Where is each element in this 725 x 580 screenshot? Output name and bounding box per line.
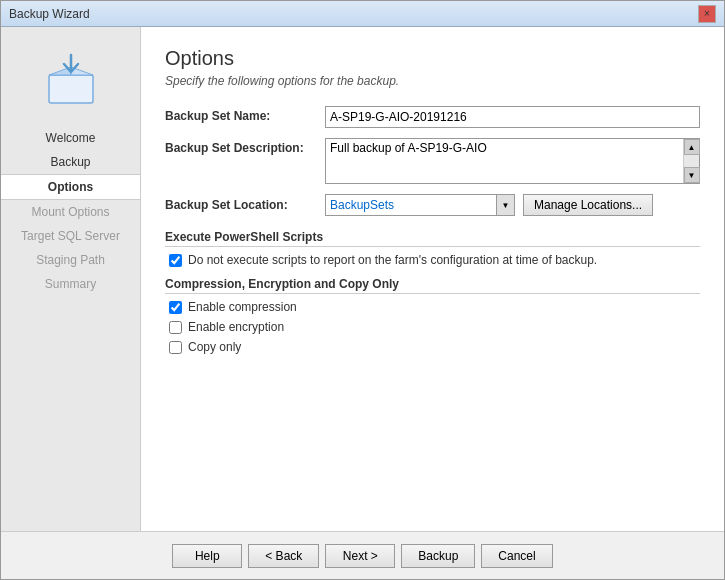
backup-set-description-input[interactable]: Full backup of A-SP19-G-AIO xyxy=(326,139,683,183)
backup-set-description-row: Backup Set Description: Full backup of A… xyxy=(165,138,700,184)
copy-only-row: Copy only xyxy=(169,340,700,354)
enable-compression-checkbox[interactable] xyxy=(169,301,182,314)
main-content: Options Specify the following options fo… xyxy=(141,27,724,531)
powershell-checkbox-label: Do not execute scripts to report on the … xyxy=(188,253,597,267)
close-button[interactable]: × xyxy=(698,5,716,23)
cancel-button[interactable]: Cancel xyxy=(481,544,552,568)
page-title: Options xyxy=(165,47,700,70)
powershell-checkbox[interactable] xyxy=(169,254,182,267)
title-bar: Backup Wizard × xyxy=(1,1,724,27)
backup-set-name-input[interactable] xyxy=(325,106,700,128)
window-body: Welcome Backup Options Mount Options Tar… xyxy=(1,27,724,531)
backup-set-name-row: Backup Set Name: xyxy=(165,106,700,128)
enable-compression-row: Enable compression xyxy=(169,300,700,314)
svg-rect-0 xyxy=(49,75,93,103)
sidebar-item-backup[interactable]: Backup xyxy=(1,150,140,174)
enable-compression-label: Enable compression xyxy=(188,300,297,314)
compression-section: Compression, Encryption and Copy Only En… xyxy=(165,277,700,354)
backup-set-location-label: Backup Set Location: xyxy=(165,198,325,212)
sidebar: Welcome Backup Options Mount Options Tar… xyxy=(1,27,141,531)
sidebar-item-welcome[interactable]: Welcome xyxy=(1,126,140,150)
backup-set-name-label: Backup Set Name: xyxy=(165,106,325,123)
backup-set-location-row: Backup Set Location: BackupSets ▼ Manage… xyxy=(165,194,700,216)
page-subtitle: Specify the following options for the ba… xyxy=(165,74,700,88)
backup-set-description-wrap: Full backup of A-SP19-G-AIO ▲ ▼ xyxy=(325,138,700,184)
copy-only-label: Copy only xyxy=(188,340,241,354)
backup-button[interactable]: Backup xyxy=(401,544,475,568)
backup-set-description-label: Backup Set Description: xyxy=(165,138,325,155)
sidebar-item-staging-path: Staging Path xyxy=(1,248,140,272)
sidebar-item-options[interactable]: Options xyxy=(1,174,140,200)
description-scrollbar: ▲ ▼ xyxy=(683,139,699,183)
location-select-wrap: BackupSets ▼ xyxy=(325,194,515,216)
compression-section-title: Compression, Encryption and Copy Only xyxy=(165,277,700,294)
wizard-icon xyxy=(41,47,101,110)
location-select[interactable]: BackupSets xyxy=(326,198,496,212)
powershell-section: Execute PowerShell Scripts Do not execut… xyxy=(165,230,700,267)
footer: Help < Back Next > Backup Cancel xyxy=(1,531,724,579)
scroll-up-btn[interactable]: ▲ xyxy=(684,139,700,155)
powershell-checkbox-row: Do not execute scripts to report on the … xyxy=(169,253,700,267)
powershell-section-title: Execute PowerShell Scripts xyxy=(165,230,700,247)
enable-encryption-checkbox[interactable] xyxy=(169,321,182,334)
back-button[interactable]: < Back xyxy=(248,544,319,568)
sidebar-item-target-sql: Target SQL Server xyxy=(1,224,140,248)
scroll-down-btn[interactable]: ▼ xyxy=(684,167,700,183)
sidebar-item-summary: Summary xyxy=(1,272,140,296)
window-title: Backup Wizard xyxy=(9,7,90,21)
select-arrow-icon: ▼ xyxy=(496,195,514,215)
help-button[interactable]: Help xyxy=(172,544,242,568)
enable-encryption-row: Enable encryption xyxy=(169,320,700,334)
copy-only-checkbox[interactable] xyxy=(169,341,182,354)
sidebar-item-mount-options: Mount Options xyxy=(1,200,140,224)
next-button[interactable]: Next > xyxy=(325,544,395,568)
manage-locations-button[interactable]: Manage Locations... xyxy=(523,194,653,216)
backup-wizard-window: Backup Wizard × Welcome xyxy=(0,0,725,580)
enable-encryption-label: Enable encryption xyxy=(188,320,284,334)
